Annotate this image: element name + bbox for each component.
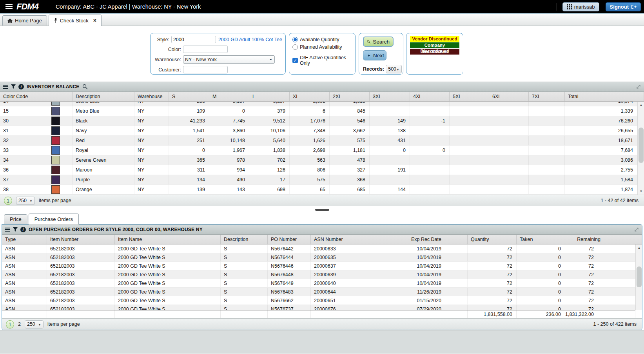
po-row[interactable]: ASN6521820032000 GD Tee White SSN5676449… (2, 279, 635, 288)
style-description-link[interactable]: 2000 GD Adult 100% Cot Tee (218, 37, 282, 42)
cell (529, 155, 565, 165)
user-menu-button[interactable]: marissab (562, 2, 599, 11)
column-header[interactable]: 5XL (450, 92, 489, 101)
column-header[interactable]: ASN Number (311, 235, 385, 244)
scroll-up-icon[interactable] (638, 102, 644, 108)
customer-input[interactable] (183, 66, 228, 73)
color-input[interactable] (183, 46, 228, 53)
cell (489, 185, 529, 194)
close-tab-icon[interactable] (93, 17, 96, 24)
grid-menu-icon[interactable] (3, 85, 8, 86)
inventory-row[interactable]: 31NavyNY1,5413,86010,1067,3483,66213826,… (0, 126, 637, 136)
tab-price[interactable]: Price (4, 214, 27, 224)
column-header[interactable]: M (209, 92, 249, 101)
inventory-row[interactable]: 38OrangeNY139143698656851441,874 (0, 185, 637, 195)
search-button[interactable]: Search (363, 36, 394, 47)
po-row[interactable]: ASN6521820032000 GD Tee White SSN5676446… (2, 262, 635, 270)
signout-button[interactable]: Signout (606, 2, 641, 11)
column-header[interactable]: L (249, 92, 290, 101)
column-header[interactable]: Item Number (47, 235, 115, 244)
cell: Purple (73, 175, 134, 184)
column-header[interactable]: Description (221, 235, 268, 244)
column-header[interactable]: XL (290, 92, 330, 101)
records-select[interactable]: 500 (386, 65, 402, 73)
splitter-handle[interactable] (315, 209, 329, 211)
inventory-row[interactable]: 14Stone BlueNY2553,1573,2572,5921,31310,… (0, 102, 637, 106)
inventory-row[interactable]: 34Serene GreenNY3659787025634783,086 (0, 155, 637, 165)
style-input[interactable] (171, 36, 216, 43)
scrollbar-thumb[interactable] (637, 266, 642, 287)
po-row[interactable]: ASN6521820032000 GD Tee White SSN5676737… (2, 305, 635, 310)
page-1-button[interactable]: 1 (4, 197, 12, 205)
filter-icon[interactable] (13, 227, 18, 232)
inventory-vertical-scrollbar[interactable] (637, 102, 644, 195)
info-icon[interactable] (18, 84, 24, 89)
po-row[interactable]: ASN6521820032000 GD Tee White SSN5676483… (2, 288, 635, 296)
cell (450, 106, 489, 116)
column-header[interactable] (39, 92, 73, 101)
info-icon[interactable] (20, 227, 26, 232)
menu-icon[interactable] (5, 4, 13, 5)
column-header[interactable]: Description (73, 92, 134, 101)
tab-purchase-orders[interactable]: Purchase Orders (29, 213, 79, 224)
column-header[interactable]: 4XL (410, 92, 450, 101)
po-header-row: TypeItem NumberItem NameDescriptionPO Nu… (2, 235, 642, 245)
column-header[interactable]: Exp Rec Date (385, 235, 468, 244)
column-header[interactable]: Color Code (0, 92, 39, 101)
column-header[interactable]: PO Number (268, 235, 311, 244)
tab-check-stock[interactable]: Check Stock (49, 15, 102, 26)
grid-menu-icon[interactable] (5, 228, 10, 228)
po-row[interactable]: ASN6521820032000 GD Tee White SSN5676444… (2, 253, 635, 262)
cell: 72 (468, 270, 517, 279)
column-header[interactable]: Taken (517, 235, 565, 244)
column-header[interactable]: Quantity (468, 235, 517, 244)
po-row[interactable]: ASN6521820032000 GD Tee White SSN5676448… (2, 270, 635, 279)
tab-home-page[interactable]: Home Page (2, 15, 47, 26)
column-header[interactable]: Warehouse (134, 92, 169, 101)
inventory-row[interactable]: 30BlackNY41,2337,7459,51217,076546149-17… (0, 116, 637, 126)
po-page-1-button[interactable]: 1 (6, 320, 14, 328)
column-header[interactable]: 7XL (529, 92, 565, 101)
inventory-row[interactable]: 33RoyalNY01,9671,8382,6981,181007,684 (0, 146, 637, 155)
po-row[interactable]: ASN6521820032000 GD Tee White SSN5676442… (2, 245, 635, 253)
inventory-row[interactable]: 37PurpleNY134490175753681,584 (0, 175, 637, 185)
cell: NY (134, 106, 169, 116)
radio-planned-availability[interactable]: Planned Availability (292, 44, 352, 50)
cell: 365 (169, 155, 209, 165)
cell (489, 106, 529, 116)
expand-icon[interactable] (634, 227, 639, 232)
scroll-up-icon[interactable] (636, 245, 642, 251)
home-icon (7, 18, 13, 23)
radio-planned-label: Planned Availability (300, 44, 342, 50)
column-header[interactable]: 2XL (330, 92, 370, 101)
expand-icon[interactable] (636, 84, 641, 89)
scrollbar-thumb[interactable] (639, 128, 644, 163)
po-vertical-scrollbar[interactable] (635, 245, 642, 310)
po-totals-row: 1,831,558.00 236.00 1,831,322.00 (2, 310, 635, 318)
next-button-label: Next (373, 53, 384, 58)
po-page-size-select[interactable]: 250 (25, 320, 44, 328)
style-label: Style: (154, 37, 169, 42)
po-row[interactable]: ASN6521820032000 GD Tee White SSN5676662… (2, 296, 635, 305)
po-page-2-button[interactable]: 2 (18, 321, 21, 327)
cell: 1,626 (290, 136, 330, 145)
scroll-down-icon[interactable] (638, 188, 644, 195)
inventory-row[interactable]: 36MaroonNY3119941268063271912,755 (0, 165, 637, 175)
warehouse-select[interactable]: NY - New York (183, 55, 275, 64)
checkbox-oe-active[interactable]: O/E Active Quantities Only (292, 55, 352, 66)
inventory-row[interactable]: 15Metro BlueNY109037968451,339 (0, 106, 637, 116)
column-header[interactable]: Item Name (115, 235, 221, 244)
filter-icon[interactable] (11, 84, 16, 89)
column-header[interactable]: Type (2, 235, 47, 244)
column-header[interactable]: Remaining (565, 235, 642, 244)
next-button[interactable]: Next (363, 50, 386, 60)
column-header[interactable]: 3XL (370, 92, 410, 101)
cell: Orange (73, 185, 134, 194)
radio-available-quantity[interactable]: Available Quantity (292, 37, 352, 42)
column-header[interactable]: 6XL (489, 92, 529, 101)
inventory-page-size-select[interactable]: 250 (16, 197, 35, 205)
column-header[interactable]: S (169, 92, 209, 101)
inventory-row[interactable]: 32RedNY25110,1485,6401,62657543118,671 (0, 136, 637, 146)
grid-search-icon[interactable] (82, 84, 88, 89)
column-header[interactable]: Total (565, 92, 644, 101)
